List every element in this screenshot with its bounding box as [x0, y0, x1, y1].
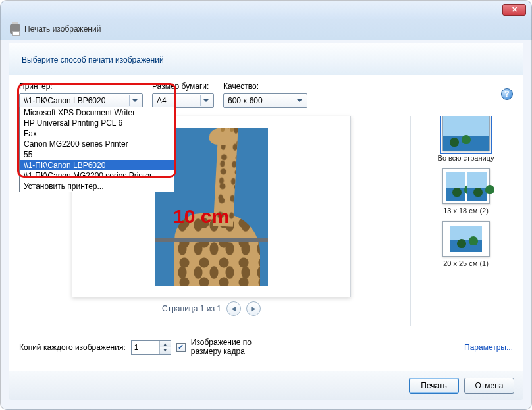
action-bar: Печать Отмена	[9, 371, 523, 400]
copies-label: Копий каждого изображения:	[19, 343, 126, 352]
printer-label: Принтер:	[19, 82, 143, 91]
printer-option[interactable]: Canon MG2200 series Printer	[20, 139, 174, 149]
dialog-caption: Печать изображений	[1, 19, 531, 39]
chevron-down-icon	[129, 95, 140, 106]
printer-option[interactable]: 55	[20, 149, 174, 160]
chevron-down-icon	[200, 95, 211, 106]
top-controls: Принтер: \\1-ПК\Canon LBP6020 Microsoft …	[19, 82, 513, 108]
next-page-button[interactable]: ►	[246, 301, 261, 316]
cancel-button[interactable]: Отмена	[464, 378, 514, 394]
layout-thumb	[442, 116, 490, 151]
instruction-heading: Выберите способ печати изображений	[22, 55, 164, 64]
printer-option[interactable]: \\1-ПК\Canon LBP6020	[20, 160, 174, 170]
layout-label: 20 x 25 см (1)	[443, 259, 489, 267]
copies-input[interactable]	[132, 341, 159, 354]
fit-frame-checkbox[interactable]: ✓	[176, 343, 186, 352]
printer-option[interactable]: Fax	[20, 128, 174, 139]
paper-group: Размер бумаги: A4	[152, 82, 214, 108]
chevron-down-icon	[294, 95, 304, 106]
layout-option[interactable]: Во всю страницу	[438, 116, 494, 162]
pager: Страница 1 из 1 ◄ ►	[162, 301, 261, 316]
printer-option[interactable]: Microsoft XPS Document Writer	[20, 107, 174, 118]
quality-selected: 600 x 600	[228, 96, 263, 105]
printer-option[interactable]: HP Universal Printing PCL 6	[20, 118, 174, 128]
prev-page-button[interactable]: ◄	[226, 301, 241, 316]
pager-text: Страница 1 из 1	[162, 304, 221, 313]
printer-option[interactable]: Установить принтер...	[20, 181, 174, 192]
help-glyph: ?	[504, 90, 509, 99]
quality-label: Качество:	[223, 82, 307, 91]
dimension-horizontal: 10 cm	[173, 205, 229, 228]
parameters-link[interactable]: Параметры...	[464, 343, 513, 352]
layout-option[interactable]: 13 x 18 см (2)	[442, 168, 490, 215]
printer-group: Принтер: \\1-ПК\Canon LBP6020 Microsoft …	[19, 82, 143, 108]
titlebar	[1, 1, 531, 19]
paper-selected: A4	[157, 96, 167, 105]
help-icon[interactable]: ?	[501, 88, 513, 100]
printer-icon	[10, 24, 20, 34]
close-button[interactable]	[502, 4, 526, 16]
copies-spinner[interactable]: ▲ ▼	[131, 340, 171, 355]
printer-dropdown-list: Microsoft XPS Document WriterHP Universa…	[19, 107, 174, 192]
print-pictures-dialog: Печать изображений Выберите способ печат…	[0, 0, 532, 410]
spin-down-icon[interactable]: ▼	[160, 347, 171, 354]
arrow-horizontal-icon	[155, 232, 268, 247]
paper-label: Размер бумаги:	[152, 82, 214, 91]
spin-up-icon[interactable]: ▲	[160, 341, 171, 347]
layout-option[interactable]: 20 x 25 см (1)	[442, 221, 490, 267]
fit-frame-label: Изображение по размеру кадра	[191, 338, 277, 357]
instruction-banner: Выберите способ печати изображений	[9, 43, 523, 75]
printer-option[interactable]: \\1-ПК\Canon MG2200 series Printer	[20, 170, 174, 181]
layout-thumb	[442, 168, 490, 204]
layout-label: Во всю страницу	[438, 154, 494, 162]
printer-dropdown[interactable]: \\1-ПК\Canon LBP6020	[19, 93, 143, 108]
printer-selected: \\1-ПК\Canon LBP6020	[24, 96, 105, 105]
layout-thumb	[442, 221, 490, 257]
spinner-buttons[interactable]: ▲ ▼	[159, 341, 171, 354]
layout-list[interactable]: Во всю страницу13 x 18 см (2)20 x 25 см …	[410, 116, 513, 326]
options-row: Копий каждого изображения: ▲ ▼ ✓ Изображ…	[19, 338, 513, 357]
print-button[interactable]: Печать	[409, 378, 459, 394]
quality-group: Качество: 600 x 600	[223, 82, 307, 108]
paper-dropdown[interactable]: A4	[152, 93, 214, 108]
dialog-title: Печать изображений	[24, 24, 101, 34]
quality-dropdown[interactable]: 600 x 600	[223, 93, 307, 108]
body-panel: Принтер: \\1-ПК\Canon LBP6020 Microsoft …	[9, 75, 523, 396]
layout-label: 13 x 18 см (2)	[443, 207, 489, 215]
